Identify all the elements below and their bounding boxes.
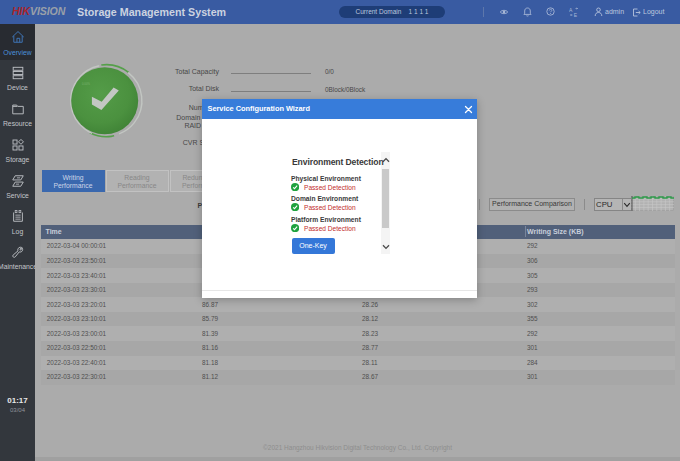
svg-text:0.00%: 0.00% — [82, 82, 90, 86]
svg-text:E: E — [574, 12, 578, 18]
svg-text:A: A — [569, 7, 573, 13]
